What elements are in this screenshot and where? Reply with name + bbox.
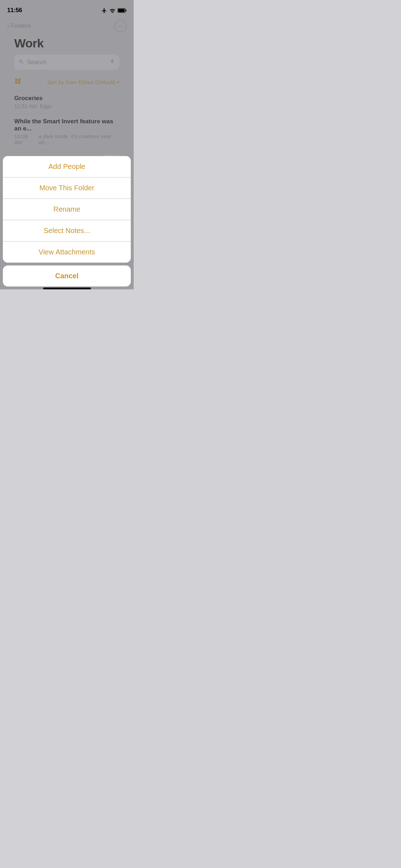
view-attachments-button[interactable]: View Attachments (3, 242, 131, 263)
action-sheet: Add People Move This Folder Rename Selec… (0, 156, 134, 289)
select-notes-button[interactable]: Select Notes... (3, 220, 131, 242)
move-folder-button[interactable]: Move This Folder (3, 177, 131, 199)
home-indicator (43, 288, 91, 289)
rename-button[interactable]: Rename (3, 199, 131, 220)
cancel-button[interactable]: Cancel (3, 265, 131, 286)
add-people-button[interactable]: Add People (3, 156, 131, 177)
action-sheet-main: Add People Move This Folder Rename Selec… (3, 156, 131, 263)
